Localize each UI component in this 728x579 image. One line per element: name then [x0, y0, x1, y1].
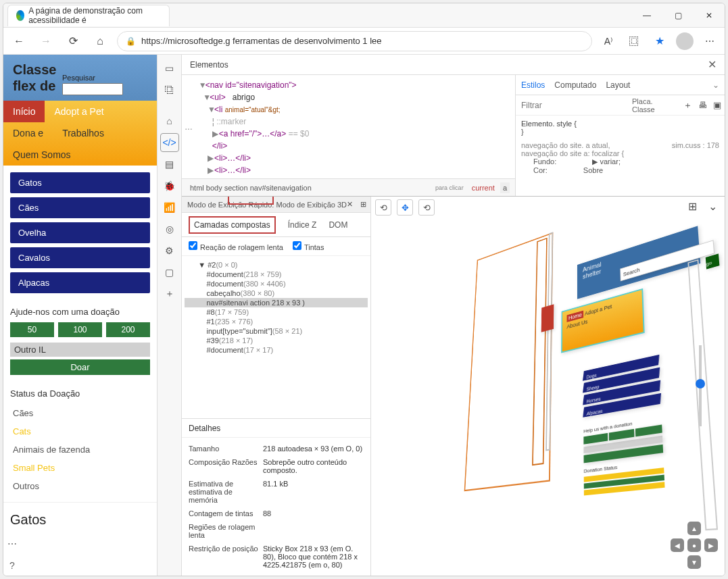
computed-toggle-icon[interactable]: ▣ [710, 100, 725, 110]
more-tools-icon[interactable]: ＋ [160, 284, 179, 303]
status-row[interactable]: Small Pets [10, 459, 150, 477]
cat-alpacas[interactable]: Alpacas [10, 272, 150, 293]
layer-tree[interactable]: ▼ #2(0 × 0) #document(218 × 759) #docume… [182, 256, 370, 418]
breadcrumb-current[interactable]: current [469, 182, 498, 193]
dom-breadcrumb[interactable]: html body section nav#sitenavigation par… [182, 178, 515, 196]
status-row[interactable]: Animais de fazenda [10, 440, 150, 459]
layer-row[interactable]: #39(218 × 17) [185, 336, 368, 345]
status-row[interactable]: Outros [10, 477, 150, 495]
profile-avatar[interactable] [676, 32, 694, 50]
tools-icon[interactable]: ⊞ [684, 198, 700, 214]
search-input[interactable] [62, 83, 123, 95]
address-bar[interactable]: 🔒 https://microsoftedge.g ferramentas de… [117, 31, 592, 51]
donation-status: Status da Doação Cães Cats Animais de fa… [3, 382, 157, 502]
inspect-icon[interactable]: ▭ [160, 59, 179, 78]
layer-row[interactable]: nav#sitenavi action 218 x 93 ) [185, 298, 368, 307]
breadcrumb-path[interactable]: html body section nav#sitenavigation [187, 182, 314, 193]
nav-home[interactable]: Início [3, 101, 45, 122]
layer-row[interactable]: #document(17 × 17) [185, 345, 368, 355]
close-window-button[interactable]: ✕ [694, 5, 725, 26]
console-icon[interactable]: ▤ [160, 155, 179, 174]
layout-tab[interactable]: Layout [606, 80, 630, 90]
donate-give-button[interactable]: Doar [10, 359, 150, 375]
read-aloud-icon[interactable]: A⁾ [599, 32, 618, 51]
styles-tab[interactable]: Estilos [521, 80, 545, 90]
dom-tab[interactable]: DOM [329, 220, 347, 230]
help-icon[interactable]: ? [3, 556, 22, 575]
settings-icon[interactable]: ⋯ [3, 534, 22, 553]
zoom-slider[interactable] [699, 345, 702, 426]
cat-caes[interactable]: Cães [10, 197, 150, 218]
cat-cavalos[interactable]: Cavalos [10, 247, 150, 268]
tools-icon[interactable]: ⊞ [360, 200, 366, 209]
hov-cls-badge[interactable]: Placa. Classe [628, 97, 681, 114]
browser-toolbar: ← → ⟳ ⌂ 🔒 https://microsoftedge.g ferram… [3, 28, 725, 55]
status-row[interactable]: Cães [10, 404, 150, 422]
layer-row[interactable]: #8(17 × 759) [185, 307, 368, 317]
rotate-icon[interactable]: ⟲ [418, 199, 435, 216]
nav-down-icon[interactable]: ▼ [687, 555, 701, 569]
device-icon[interactable]: ⿻ [160, 80, 179, 99]
home-button[interactable]: ⌂ [90, 31, 110, 51]
elements-tool-icon[interactable]: </> [160, 133, 179, 152]
welcome-icon[interactable]: ⌂ [160, 111, 179, 130]
elements-tab-label[interactable]: Elementos [190, 60, 228, 70]
paints-check[interactable]: Tintas [293, 241, 324, 251]
nav-up-icon[interactable]: ▲ [687, 522, 701, 535]
minimize-button[interactable]: ― [631, 5, 662, 26]
breadcrumb-a[interactable]: a [500, 182, 510, 193]
devtools-close-icon[interactable]: ✕ [708, 58, 717, 71]
nav-adopt[interactable]: Adopt a Pet [45, 101, 113, 122]
computed-tab[interactable]: Computado [554, 80, 596, 90]
3d-nav-pad[interactable]: ▲ ◀ ● ▶ ▼ [671, 522, 718, 569]
layer-row[interactable]: cabeçalho(380 × 80) [185, 288, 368, 298]
composited-layers-tab[interactable]: Camadas compostas [189, 216, 276, 234]
donate-other[interactable]: Outro IL [10, 343, 150, 357]
zindex-tab[interactable]: Índice Z [288, 220, 317, 230]
quick-view-label[interactable]: Modo de Exibição Rápido: Modo de Exibiçã… [182, 197, 370, 213]
issues-icon[interactable]: 🐞 [160, 176, 179, 195]
dom-tree[interactable]: ▼<nav id="sitenavigation"> ▼<ul> abrigo … [182, 75, 515, 196]
layer-row[interactable]: #1(235 × 776) [185, 317, 368, 326]
nav-left-icon[interactable]: ◀ [671, 538, 684, 552]
details-tab[interactable]: Detalhes [182, 419, 370, 438]
pan-icon[interactable]: ✥ [397, 199, 413, 216]
refresh-button[interactable]: ⟳ [63, 31, 83, 51]
chevron-down-icon[interactable]: ⌄ [704, 198, 721, 214]
nav-center-icon[interactable]: ● [687, 538, 701, 552]
network-icon[interactable]: 📶 [160, 198, 179, 217]
status-row[interactable]: Cats [10, 422, 150, 440]
nav-jobs[interactable]: Trabalhos [53, 122, 114, 144]
performance-icon[interactable]: ◎ [160, 220, 179, 238]
nav-about[interactable]: Quem Somos [3, 144, 157, 166]
cat-ovelha[interactable]: Ovelha [10, 222, 150, 243]
donate-200[interactable]: 200 [106, 322, 150, 337]
layer-row[interactable]: #document(218 × 759) [185, 270, 368, 279]
cat-gatos[interactable]: Gatos [10, 172, 150, 193]
donate-100[interactable]: 100 [58, 322, 102, 337]
back-button[interactable]: ← [9, 31, 29, 51]
close-drawer-icon[interactable]: ✕ [347, 200, 353, 209]
print-icon[interactable]: 🖶 [696, 100, 710, 110]
slow-scroll-check[interactable]: Reação de rolagem lenta [189, 241, 283, 251]
translate-icon[interactable]: ⿴ [625, 32, 644, 51]
lock-icon: 🔒 [126, 36, 136, 46]
menu-button[interactable]: ⋯ [700, 32, 719, 51]
chevron-down-icon[interactable]: ⌄ [712, 80, 719, 90]
application-icon[interactable]: ▢ [160, 263, 179, 282]
styles-filter-input[interactable] [516, 101, 628, 110]
layer-row[interactable]: #document(380 × 4406) [185, 279, 368, 288]
layer-row[interactable]: input[type="submit"](58 × 21) [185, 326, 368, 336]
3d-canvas[interactable]: ⟲ ✥ ⟲ ⊞ ⌄ [371, 197, 725, 576]
donate-50[interactable]: 50 [10, 322, 54, 337]
retake-icon[interactable]: ⟲ [375, 199, 391, 216]
layer-row[interactable]: ▼ #2(0 × 0) [185, 260, 368, 270]
browser-tab[interactable]: A página de demonstração com acessibilid… [7, 5, 170, 26]
favorite-icon[interactable]: ★ [650, 32, 669, 51]
nav-owner[interactable]: Dona e [3, 122, 53, 144]
memory-icon[interactable]: ⚙ [160, 241, 179, 260]
forward-button[interactable]: → [36, 31, 56, 51]
maximize-button[interactable]: ▢ [662, 5, 694, 26]
nav-right-icon[interactable]: ▶ [704, 538, 718, 552]
new-style-icon[interactable]: ＋ [681, 99, 696, 111]
